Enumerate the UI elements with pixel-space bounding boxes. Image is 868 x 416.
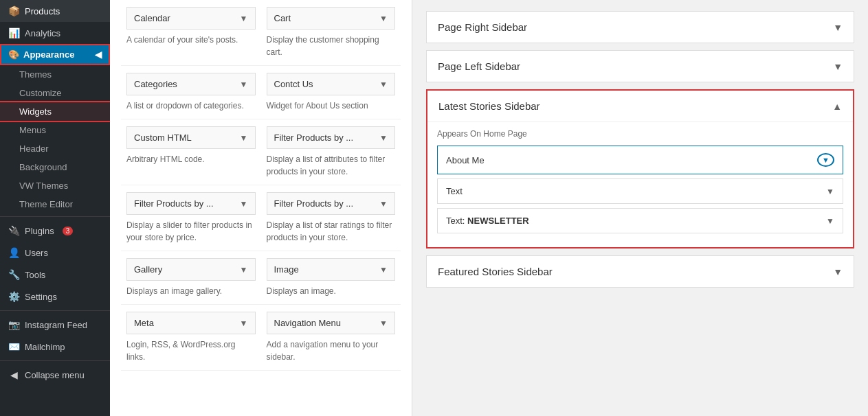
widget-cell-cart: Cart ▼ Display the customer shopping car… (261, 0, 401, 66)
widget-title-filterrating: Filter Products by ... (274, 198, 354, 209)
chevron-up-icon: ▲ (832, 101, 842, 112)
sidebar-label-menus: Menus (19, 125, 46, 135)
widget-cell-contactus: Contct Us ▼ Widget for About Us section (261, 66, 401, 119)
widget-header-filterattr[interactable]: Filter Products by ... ▼ (267, 126, 396, 149)
sidebar-item-header[interactable]: Header (0, 139, 110, 158)
panel-body-latest-stories: Appears On Home Page About Me ▼ Text ▼ T… (427, 122, 853, 247)
widget-header-meta[interactable]: Meta ▼ (126, 312, 256, 334)
slot-about-me[interactable]: About Me ▼ (437, 146, 843, 174)
settings-icon: ⚙️ (8, 291, 19, 302)
widget-desc-image: Displays an image. (267, 285, 396, 297)
sidebar-item-plugins[interactable]: 🔌 Plugins 3 (0, 220, 110, 242)
sidebar-item-settings[interactable]: ⚙️ Settings (0, 286, 110, 308)
widget-title-categories: Categories (134, 79, 177, 89)
tools-icon: 🔧 (8, 269, 19, 280)
sidebar-item-mailchimp[interactable]: ✉️ Mailchimp (0, 336, 110, 358)
widget-header-image[interactable]: Image ▼ (267, 258, 396, 281)
widget-header-filterprice[interactable]: Filter Products by ... ▼ (126, 192, 256, 215)
sidebar-item-background[interactable]: Background (0, 158, 110, 176)
products-icon: 📦 (8, 5, 19, 16)
sidebar-label-themes: Themes (19, 69, 52, 80)
chevron-down-icon: ▼ (379, 265, 388, 275)
widget-desc-gallery: Displays an image gallery. (126, 285, 256, 297)
sidebar-item-menus[interactable]: Menus (0, 121, 110, 139)
sidebars-panel: Page Right Sidebar ▼ Page Left Sidebar ▼… (412, 0, 868, 416)
sidebar-item-products[interactable]: 📦 Appearance Products (0, 0, 110, 22)
panel-header-page-right[interactable]: Page Right Sidebar ▼ (427, 12, 854, 43)
chevron-down-icon: ▼ (379, 133, 388, 143)
widget-title-image: Image (274, 264, 299, 275)
widget-title-meta: Meta (134, 318, 154, 328)
sidebar-item-themeeditor[interactable]: Theme Editor (0, 195, 110, 213)
widget-cell-navmenu: Navigation Menu ▼ Add a navigation menu … (261, 305, 401, 371)
widget-header-categories[interactable]: Categories ▼ (126, 73, 256, 95)
sidebar-item-collapse[interactable]: ◀ Collapse menu (0, 364, 110, 386)
chevron-down-icon: ▼ (833, 22, 843, 33)
sidebar-label-themeeditor: Theme Editor (19, 199, 73, 209)
chevron-down-icon: ▼ (817, 153, 834, 167)
widget-header-gallery[interactable]: Gallery ▼ (126, 258, 256, 281)
collapse-icon: ◀ (8, 369, 19, 380)
widget-cell-filterrating: Filter Products by ... ▼ Display a list … (261, 185, 401, 251)
sidebar-item-themes[interactable]: Themes (0, 65, 110, 84)
chevron-down-icon: ▼ (240, 265, 248, 275)
sidebar-item-vwthemes[interactable]: VW Themes (0, 176, 110, 195)
sidebar-label-tools: Tools (25, 270, 45, 280)
panel-page-left: Page Left Sidebar ▼ (426, 50, 854, 82)
widget-title-gallery: Gallery (134, 264, 162, 275)
widget-cell-filterprice: Filter Products by ... ▼ Display a slide… (121, 185, 261, 251)
sidebar-label-collapse: Collapse menu (25, 370, 85, 380)
widget-header-navmenu[interactable]: Navigation Menu ▼ (267, 312, 396, 334)
widgets-panel: Calendar ▼ A calendar of your site's pos… (110, 0, 412, 416)
widget-cell-image: Image ▼ Displays an image. (261, 251, 401, 305)
widget-desc-calendar: A calendar of your site's posts. (126, 34, 256, 46)
widget-title-filterattr: Filter Products by ... (274, 132, 354, 143)
main-content: Calendar ▼ A calendar of your site's pos… (110, 0, 868, 416)
slot-label-text-newsletter: Text: NEWSLETTER (446, 216, 529, 226)
sidebar-item-users[interactable]: 👤 Users (0, 242, 110, 264)
users-icon: 👤 (8, 247, 19, 258)
panel-header-latest-stories[interactable]: Latest Stories Sidebar ▲ (427, 91, 853, 122)
widget-cell-categories: Categories ▼ A list or dropdown of categ… (121, 66, 261, 119)
widget-cell-calendar: Calendar ▼ A calendar of your site's pos… (121, 0, 261, 66)
widget-desc-customhtml: Arbitrary HTML code. (126, 153, 256, 165)
sidebar-label-users: Users (25, 248, 48, 258)
mailchimp-icon: ✉️ (8, 341, 19, 352)
panel-header-featured-stories[interactable]: Featured Stories Sidebar ▼ (427, 256, 854, 287)
widget-header-filterrating[interactable]: Filter Products by ... ▼ (267, 192, 396, 215)
panel-featured-stories: Featured Stories Sidebar ▼ (426, 255, 854, 288)
divider-1 (0, 216, 110, 217)
chevron-down-icon: ▼ (240, 80, 248, 89)
panel-title-featured-stories: Featured Stories Sidebar (438, 266, 553, 277)
widget-header-calendar[interactable]: Calendar ▼ (126, 7, 256, 30)
chevron-down-icon: ▼ (833, 61, 843, 72)
sidebar-label-appearance: Appearance (23, 49, 74, 60)
analytics-icon: 📊 (8, 27, 19, 38)
slot-text-newsletter[interactable]: Text: NEWSLETTER ▼ (437, 208, 843, 233)
panel-title-latest-stories: Latest Stories Sidebar (438, 100, 540, 112)
widget-title-cart: Cart (274, 13, 291, 23)
widget-header-contactus[interactable]: Contct Us ▼ (267, 73, 396, 95)
chevron-down-icon: ▼ (379, 199, 388, 209)
sidebar-label-mailchimp: Mailchimp (25, 342, 65, 352)
widget-desc-filterrating: Display a list of star ratings to filter… (267, 219, 396, 244)
panel-header-page-left[interactable]: Page Left Sidebar ▼ (427, 51, 854, 82)
sidebar-label-widgets: Widgets (19, 106, 52, 117)
sidebar-item-tools[interactable]: 🔧 Tools (0, 264, 110, 286)
panel-title-page-left: Page Left Sidebar (438, 60, 520, 72)
slot-text[interactable]: Text ▼ (437, 178, 843, 204)
sidebar-item-instafeed[interactable]: 📷 Instagram Feed (0, 314, 110, 336)
widget-header-customhtml[interactable]: Custom HTML ▼ (126, 126, 256, 149)
sidebar-label-background: Background (19, 162, 67, 172)
sidebar-item-customize[interactable]: Customize (0, 84, 110, 102)
widget-cell-customhtml: Custom HTML ▼ Arbitrary HTML code. (121, 119, 261, 185)
chevron-down-icon: ▼ (379, 319, 388, 328)
slot-label-about-me: About Me (446, 155, 485, 165)
instafeed-icon: 📷 (8, 319, 19, 330)
widget-cell-gallery: Gallery ▼ Displays an image gallery. (121, 251, 261, 305)
sidebar-item-appearance[interactable]: 🎨 Appearance ◀ (0, 44, 110, 65)
widget-desc-contactus: Widget for About Us section (267, 100, 396, 112)
sidebar-item-widgets[interactable]: Widgets (0, 102, 110, 121)
sidebar-item-analytics[interactable]: 📊 Analytics (0, 22, 110, 44)
widget-header-cart[interactable]: Cart ▼ (267, 7, 396, 30)
